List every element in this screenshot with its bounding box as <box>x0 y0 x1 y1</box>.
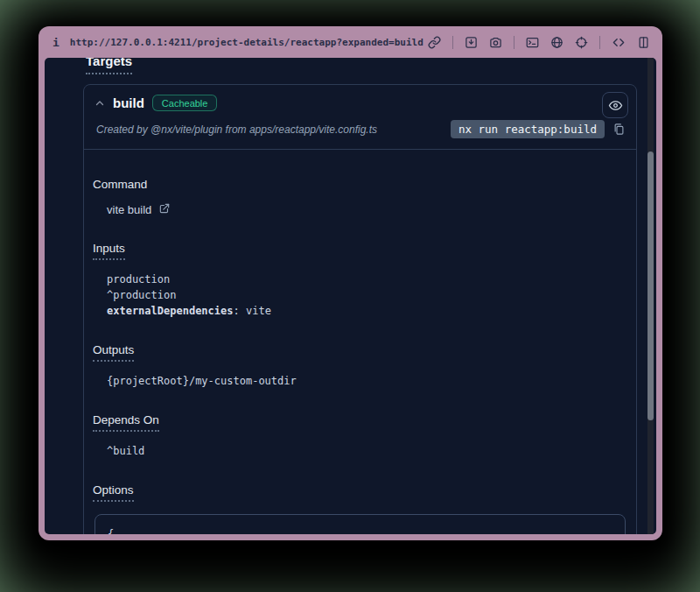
build-card-header[interactable]: build Cacheable <box>84 85 636 111</box>
info-icon: i <box>52 36 60 49</box>
input-item: ^production <box>107 287 626 303</box>
input-dep-key: externalDependencies <box>107 305 234 317</box>
toolbar-divider <box>514 36 514 49</box>
link-icon[interactable] <box>428 36 441 49</box>
build-card-subheader: Created by @nx/vite/plugin from apps/rea… <box>84 111 636 150</box>
scrollbar-thumb[interactable] <box>648 152 654 420</box>
depends-on-heading: Depends On <box>93 413 159 432</box>
toolbar-divider <box>599 36 600 49</box>
json-open-brace: { <box>108 526 612 534</box>
view-in-graph-button[interactable] <box>602 92 628 118</box>
code-icon[interactable] <box>612 36 626 49</box>
outputs-list: {projectRoot}/my-custom-outdir <box>107 373 626 389</box>
target-card-build: build Cacheable Created by @nx/vite/plug… <box>83 84 637 534</box>
command-value: vite build <box>107 202 626 217</box>
input-item: externalDependencies: vite <box>107 303 626 319</box>
command-heading: Command <box>93 178 147 191</box>
eye-icon <box>608 98 623 113</box>
url-bar[interactable]: http://127.0.0.1:4211/project-details/re… <box>70 37 428 48</box>
inputs-list: production ^production externalDependenc… <box>107 271 626 319</box>
copy-icon <box>612 123 626 136</box>
input-dep-value: vite <box>246 305 271 317</box>
outputs-heading: Outputs <box>93 343 134 362</box>
input-item: production <box>107 271 626 287</box>
toolbar-divider <box>452 36 453 49</box>
depends-on-list: ^build <box>107 443 626 459</box>
cacheable-badge: Cacheable <box>152 95 218 111</box>
inputs-heading: Inputs <box>93 242 125 260</box>
created-by-text: Created by @nx/vite/plugin from apps/rea… <box>96 123 451 136</box>
crosshair-icon[interactable] <box>575 36 588 49</box>
options-json-block: { "cwd": "apps/reactapp" } <box>94 514 626 534</box>
terminal-icon[interactable] <box>526 36 539 49</box>
page-content: Targets build Cacheable Created by @nx/v… <box>45 58 656 534</box>
split-panel-icon[interactable] <box>637 36 650 49</box>
chevron-up-icon[interactable] <box>94 98 105 109</box>
options-heading: Options <box>93 483 134 502</box>
output-item: {projectRoot}/my-custom-outdir <box>107 373 626 389</box>
build-card-body: Command vite build Inputs production ^pr… <box>84 150 636 534</box>
browser-window: i http://127.0.0.1:4211/project-details/… <box>38 26 662 540</box>
copy-command-button[interactable] <box>612 123 626 136</box>
external-link-icon[interactable] <box>158 202 171 217</box>
browser-titlebar: i http://127.0.0.1:4211/project-details/… <box>38 26 662 58</box>
camera-icon[interactable] <box>489 36 502 49</box>
run-command-chip[interactable]: nx run reactapp:build <box>451 120 605 138</box>
target-name: build <box>113 95 144 110</box>
save-screenshot-icon[interactable] <box>465 36 478 49</box>
scrollbar-track[interactable] <box>648 58 654 534</box>
command-text: vite build <box>107 203 151 216</box>
input-dep-sep: : <box>234 305 246 317</box>
globe-icon[interactable] <box>550 36 564 49</box>
depends-on-item: ^build <box>107 443 626 459</box>
targets-heading: Targets <box>86 58 132 74</box>
